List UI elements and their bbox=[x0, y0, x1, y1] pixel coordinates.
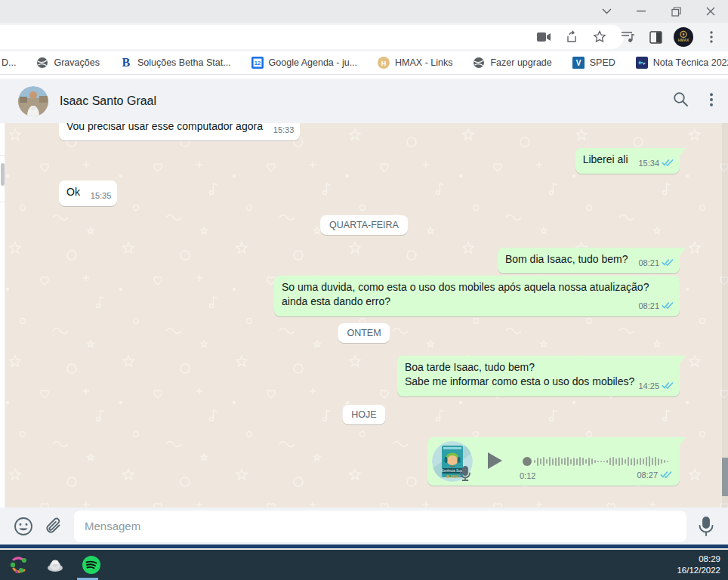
tab-search-button[interactable] bbox=[589, 0, 624, 23]
message-outgoing[interactable]: Liberei ali 15:34 bbox=[575, 148, 680, 174]
taskbar-app-colorful[interactable] bbox=[9, 555, 29, 575]
message-incoming[interactable]: Ok 15:35 bbox=[59, 180, 117, 206]
clock-time: 08:29 bbox=[677, 554, 720, 565]
globe-icon bbox=[36, 57, 48, 69]
camera-button[interactable] bbox=[533, 26, 554, 48]
message-text-line1: So uma duvida, como esta o uso dos mobil… bbox=[282, 280, 674, 295]
chevron-down-icon bbox=[602, 8, 612, 14]
chat-scrollbar-thumb[interactable] bbox=[722, 458, 728, 496]
bookmark-item-cropped[interactable]: D... bbox=[2, 57, 16, 68]
chatlist-scrollbar-thumb[interactable] bbox=[1, 163, 5, 186]
bookmark-item-agenda[interactable]: 12 Google Agenda - ju... bbox=[251, 57, 357, 69]
bookmark-label: D... bbox=[2, 57, 16, 68]
voice-record-button[interactable] bbox=[698, 517, 714, 536]
date-divider: HOJE bbox=[342, 405, 385, 424]
message-input[interactable] bbox=[74, 511, 686, 542]
restore-button[interactable] bbox=[659, 0, 693, 23]
contact-name[interactable]: Isaac Santo Graal bbox=[60, 94, 156, 108]
restore-icon bbox=[671, 7, 681, 17]
bookmark-label: Fazer upgrade bbox=[490, 57, 551, 68]
emoji-icon bbox=[14, 517, 33, 536]
message-incoming[interactable]: Vou precisar usar esse computador agora … bbox=[59, 123, 300, 140]
message-text: Bom dia Isaac, tudo bem? bbox=[505, 253, 628, 265]
minimize-button[interactable] bbox=[624, 0, 659, 23]
message-time: 14:25 bbox=[638, 379, 674, 393]
play-button[interactable] bbox=[488, 452, 502, 469]
voice-mic-badge-icon bbox=[459, 466, 471, 484]
profile-avatar[interactable]: HMAX bbox=[673, 26, 694, 48]
message-outgoing[interactable]: So uma duvida, como esta o uso dos mobil… bbox=[274, 276, 680, 316]
message-text: Liberei ali bbox=[583, 153, 628, 165]
side-panel-button[interactable] bbox=[645, 26, 666, 48]
message-text: Vou precisar usar esse computador agora bbox=[66, 123, 263, 132]
share-button[interactable] bbox=[561, 26, 582, 48]
bookmarks-bar: D... Gravações B Soluções Betha Stat... … bbox=[0, 51, 728, 75]
svg-text:HMAX: HMAX bbox=[678, 38, 689, 42]
bookmark-item-betha[interactable]: B Soluções Betha Stat... bbox=[120, 57, 231, 69]
chat-scrollbar-track[interactable] bbox=[722, 123, 728, 508]
bookmark-button[interactable] bbox=[589, 26, 610, 48]
message-outgoing[interactable]: Bom dia Isaac, tudo bem? 08:21 bbox=[498, 248, 680, 273]
minimize-icon bbox=[637, 11, 646, 12]
google-calendar-icon: 12 bbox=[251, 57, 264, 69]
voice-message[interactable]: Gerência Sup.HMAX 0:12 08:27 bbox=[427, 437, 680, 486]
chat-menu-button[interactable] bbox=[710, 93, 713, 110]
message-time: 15:35 bbox=[91, 189, 112, 203]
date-divider: ONTEM bbox=[338, 323, 390, 343]
svg-text:12: 12 bbox=[254, 60, 260, 66]
chat-area: Vou precisar usar esse computador agora … bbox=[0, 123, 728, 508]
search-icon bbox=[673, 91, 689, 107]
composer-bar bbox=[0, 508, 728, 545]
bookmark-item-upgrade[interactable]: Fazer upgrade bbox=[473, 57, 551, 69]
media-controls-icon bbox=[621, 31, 635, 43]
voice-waveform[interactable] bbox=[534, 453, 667, 470]
contact-avatar-image bbox=[18, 86, 48, 116]
taskbar-app-spotify[interactable] bbox=[82, 555, 101, 575]
close-button[interactable] bbox=[693, 0, 728, 23]
bookmark-label: Soluções Betha Stat... bbox=[137, 57, 231, 68]
emoji-button[interactable] bbox=[14, 517, 33, 536]
chat-header: Isaac Santo Graal bbox=[0, 79, 728, 123]
kebab-menu-icon bbox=[710, 93, 713, 106]
bookmark-item-sped[interactable]: V SPED bbox=[572, 57, 615, 69]
browser-toolbar: HMAX bbox=[0, 23, 728, 51]
media-controls-button[interactable] bbox=[617, 26, 638, 48]
read-ticks-icon bbox=[662, 159, 674, 167]
voice-seek-handle[interactable] bbox=[523, 457, 532, 466]
search-button[interactable] bbox=[673, 91, 689, 110]
message-time: 08:21 bbox=[638, 256, 674, 270]
read-ticks-icon bbox=[660, 470, 672, 479]
message-time: 08:21 bbox=[638, 299, 674, 313]
taskbar-clock[interactable]: 08:29 16/12/2022 bbox=[677, 554, 728, 576]
message-outgoing[interactable]: Boa tarde Isaac, tudo bem? Sabe me infor… bbox=[397, 356, 680, 396]
message-text: Ok bbox=[66, 186, 80, 198]
taskbar-app-silver[interactable]: ### bbox=[45, 555, 65, 575]
date-divider: QUARTA-FEIRA bbox=[320, 215, 408, 235]
spotify-icon bbox=[82, 555, 101, 575]
nota-tecnica-icon bbox=[636, 57, 648, 69]
hmax-h-icon: H bbox=[378, 57, 390, 69]
clock-date: 16/12/2022 bbox=[677, 565, 720, 576]
bookmark-item-gravacoes[interactable]: Gravações bbox=[36, 57, 99, 69]
betha-b-icon: B bbox=[120, 57, 132, 69]
silver-app-icon: ### bbox=[45, 555, 65, 575]
attach-button[interactable] bbox=[45, 517, 63, 535]
contact-avatar[interactable] bbox=[18, 86, 48, 116]
svg-text:###: ### bbox=[53, 563, 58, 567]
message-time: 15:34 bbox=[638, 156, 674, 171]
message-time: 08:27 bbox=[637, 470, 672, 480]
windows-taskbar: ### 08:29 16/12/2022 bbox=[0, 550, 728, 580]
message-text-line2: Sabe me informar como esta o uso dos mob… bbox=[405, 375, 674, 389]
message-text-line1: Boa tarde Isaac, tudo bem? bbox=[405, 360, 674, 375]
browser-menu-button[interactable] bbox=[701, 26, 722, 48]
read-ticks-icon bbox=[662, 258, 674, 267]
camera-icon bbox=[537, 32, 551, 42]
star-icon bbox=[593, 30, 606, 44]
chatlist-edge bbox=[0, 123, 5, 508]
screen: HMAX D... Gravações B Soluções Betha Sta… bbox=[0, 0, 728, 580]
address-bar[interactable] bbox=[0, 25, 624, 49]
bookmark-item-nota-tecnica[interactable]: Nota Técnica 2022.... bbox=[636, 57, 728, 69]
message-time: 15:33 bbox=[273, 123, 295, 137]
bookmark-item-hmax[interactable]: H HMAX - Links bbox=[378, 57, 452, 69]
globe-icon bbox=[473, 57, 485, 69]
